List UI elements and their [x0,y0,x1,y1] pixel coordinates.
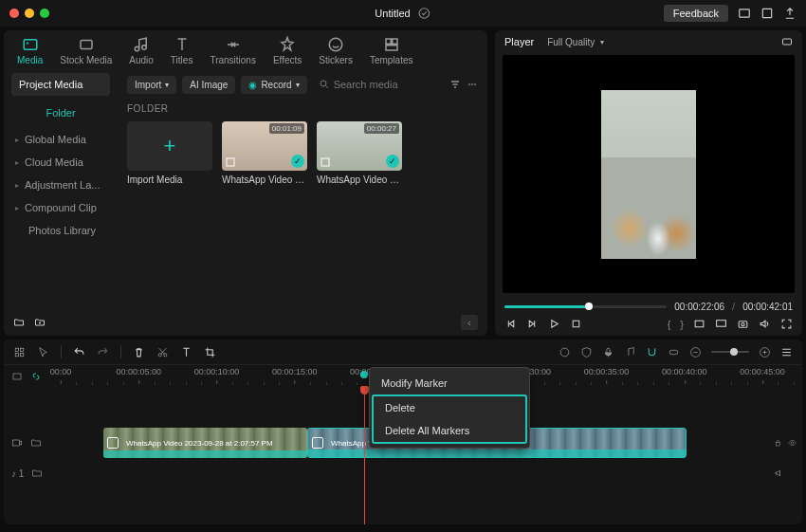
playhead[interactable] [364,388,365,524]
sidebar-folder[interactable]: Folder [11,101,110,124]
ruler-tick: 00:00:40:00 [662,367,707,376]
list-icon[interactable] [780,346,793,358]
magnet-icon[interactable] [646,346,658,358]
mark-out-icon[interactable]: } [680,319,684,330]
ctx-delete-all[interactable]: Delete All Markers [374,419,525,442]
mic-icon[interactable] [602,346,614,358]
chevron-right-icon: ▸ [15,136,19,144]
svg-point-21 [742,322,744,325]
tab-stickers[interactable]: Stickers [319,36,353,65]
close-window[interactable] [9,9,19,18]
marker-icon[interactable] [559,346,571,358]
more-icon[interactable] [467,79,478,90]
feedback-button[interactable]: Feedback [664,5,728,22]
media-clip-2[interactable]: 00:00:27 ✓ WhatsApp Video 202... [317,121,402,185]
prev-frame-icon[interactable] [504,318,517,330]
maximize-window[interactable] [40,9,49,18]
expand-icon [225,156,236,168]
lock-track-icon[interactable] [774,437,782,449]
undo-icon[interactable] [73,346,85,358]
svg-rect-20 [739,321,747,328]
display-icon[interactable] [715,318,727,330]
collapse-sidebar-button[interactable]: ‹ [461,315,478,330]
folder-track-icon[interactable] [30,437,42,449]
tab-media[interactable]: Media [17,36,43,65]
select-icon[interactable] [37,346,49,358]
folder-track-icon[interactable] [31,468,43,479]
search-input[interactable]: Search media [313,75,444,94]
sidebar-global-media[interactable]: ▸Global Media [11,128,110,151]
sidebar-compound-clip[interactable]: ▸Compound Clip [11,196,110,219]
link-track-icon[interactable] [30,371,42,382]
cut-icon[interactable] [156,346,169,358]
tab-audio[interactable]: Audio [129,36,154,65]
play-icon[interactable] [548,318,560,330]
crop-icon[interactable] [204,346,216,358]
svg-point-28 [560,348,569,357]
tab-effects[interactable]: Effects [273,36,302,65]
redo-icon[interactable] [97,346,109,358]
save-icon[interactable] [760,7,774,20]
tracks-area: Modify Marker Delete Delete All Markers … [4,388,802,524]
tab-transitions[interactable]: Transitions [210,36,256,65]
layout-icon[interactable] [738,7,751,20]
export-icon[interactable] [783,7,797,20]
import-media-tile[interactable]: + Import Media [127,121,212,185]
media-sidebar: Project Media Folder ▸Global Media ▸Clou… [4,69,118,309]
ratio-icon[interactable] [693,318,705,330]
camera-icon[interactable] [737,318,749,330]
mute-icon[interactable] [774,468,785,479]
media-clip-1[interactable]: 00:01:09 ✓ WhatsApp Video 202... [222,121,307,185]
svg-rect-17 [573,321,579,327]
svg-rect-9 [386,46,397,50]
timeline-clip-1[interactable]: WhatsApp Video 2023-09-28 at 2:07:57 PM [103,428,307,458]
tab-stock-media[interactable]: Stock Media [60,36,112,65]
svg-rect-7 [386,39,391,44]
ctx-modify-marker[interactable]: Modify Marker [370,372,529,394]
video-track-icon[interactable] [11,437,23,449]
audio-track-label: ♪ 1 [11,468,24,479]
shield-icon[interactable] [580,346,593,358]
svg-point-13 [474,83,476,85]
fullscreen-icon[interactable] [780,318,793,330]
ctx-delete[interactable]: Delete [374,396,525,419]
clip-icon[interactable] [11,371,23,382]
sidebar-cloud-media[interactable]: ▸Cloud Media [11,151,110,174]
zoom-in-icon[interactable] [759,346,771,358]
eye-icon[interactable] [788,437,797,449]
text-icon[interactable] [180,346,192,358]
next-frame-icon[interactable] [526,318,539,330]
svg-rect-18 [695,321,704,327]
folder-icon[interactable] [13,317,25,328]
seek-bar[interactable] [504,305,667,308]
delete-icon[interactable] [133,346,145,358]
zoom-out-icon[interactable] [689,346,702,358]
marker[interactable] [360,371,368,378]
player-label: Player [504,36,534,47]
mark-in-icon[interactable]: { [668,319,671,330]
music-icon[interactable] [624,346,636,358]
record-button[interactable]: ◉ Record ▾ [241,76,306,94]
new-folder-icon[interactable] [34,317,46,328]
tab-templates[interactable]: Templates [370,36,413,65]
sidebar-photos-library[interactable]: Photos Library [11,219,110,242]
project-media-button[interactable]: Project Media [11,73,110,96]
import-button[interactable]: Import ▾ [127,76,176,94]
volume-icon[interactable] [759,318,771,330]
sidebar-adjustment-layer[interactable]: ▸Adjustment La... [11,174,110,196]
ruler-tick: 00:00:35:00 [584,367,630,376]
svg-rect-22 [15,348,18,351]
minimize-window[interactable] [25,9,34,18]
filter-icon[interactable] [449,79,461,90]
svg-point-36 [791,442,793,444]
link-icon[interactable] [668,346,680,358]
snapshot-icon[interactable] [781,36,793,47]
player-viewport[interactable] [503,55,795,293]
quality-dropdown[interactable]: Full Quality▾ [547,37,604,47]
ai-image-button[interactable]: AI Image [182,76,235,94]
grid-icon[interactable] [13,346,26,358]
zoom-slider[interactable] [711,351,749,353]
stop-icon[interactable] [570,318,582,330]
chevron-right-icon: ▸ [15,158,19,167]
tab-titles[interactable]: Titles [171,36,193,65]
